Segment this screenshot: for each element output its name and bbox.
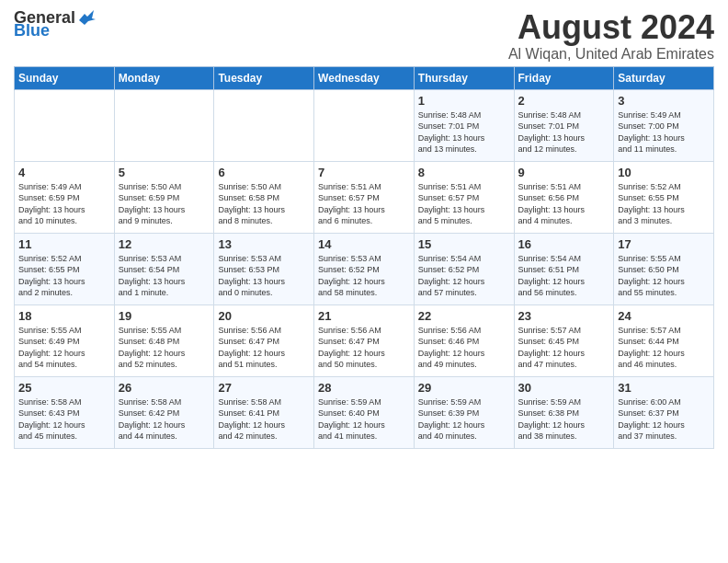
- cell-info: Sunrise: 5:53 AM: [119, 253, 210, 265]
- cell-info: Sunset: 6:55 PM: [18, 264, 110, 276]
- cell-info: Sunrise: 5:59 AM: [418, 396, 510, 408]
- cell-info: Sunset: 6:59 PM: [119, 192, 210, 204]
- cell-info: Sunset: 6:46 PM: [418, 336, 510, 348]
- calendar-cell: 4Sunrise: 5:49 AMSunset: 6:59 PMDaylight…: [15, 161, 115, 233]
- cell-info: and 49 minutes.: [418, 359, 510, 371]
- cell-info: Sunset: 6:52 PM: [418, 264, 510, 276]
- day-number: 19: [119, 309, 210, 323]
- cell-info: Daylight: 12 hours: [618, 348, 710, 360]
- cell-info: Daylight: 12 hours: [119, 348, 210, 360]
- cell-info: Sunset: 6:55 PM: [618, 192, 710, 204]
- week-row: 1Sunrise: 5:48 AMSunset: 7:01 PMDaylight…: [15, 89, 714, 161]
- cell-info: and 5 minutes.: [418, 215, 510, 227]
- cell-info: Sunset: 6:51 PM: [518, 264, 610, 276]
- logo-blue: Blue: [14, 22, 97, 39]
- cell-info: Daylight: 12 hours: [218, 348, 310, 360]
- cell-info: Sunset: 6:40 PM: [318, 408, 410, 419]
- day-number: 26: [119, 381, 210, 395]
- header-row: SundayMondayTuesdayWednesdayThursdayFrid…: [15, 66, 714, 89]
- day-number: 27: [218, 381, 310, 395]
- cell-info: and 42 minutes.: [218, 431, 310, 442]
- cell-info: Daylight: 12 hours: [318, 419, 410, 431]
- header: General Blue August 2024 Al Wiqan, Unite…: [14, 9, 714, 63]
- calendar-cell: 22Sunrise: 5:56 AMSunset: 6:46 PMDayligh…: [414, 304, 514, 376]
- cell-info: Daylight: 12 hours: [318, 348, 410, 360]
- cell-info: Sunset: 6:42 PM: [119, 408, 210, 419]
- cell-info: Sunrise: 5:58 AM: [18, 396, 110, 408]
- calendar-cell: 25Sunrise: 5:58 AMSunset: 6:43 PMDayligh…: [15, 376, 115, 448]
- day-number: 3: [618, 94, 710, 108]
- cell-info: and 44 minutes.: [119, 431, 210, 442]
- cell-info: and 13 minutes.: [418, 144, 510, 155]
- cell-info: Sunrise: 5:59 AM: [318, 396, 410, 408]
- cell-info: Sunrise: 5:51 AM: [418, 181, 510, 193]
- calendar-cell: 14Sunrise: 5:53 AMSunset: 6:52 PMDayligh…: [314, 233, 415, 304]
- cell-info: Sunrise: 5:48 AM: [418, 109, 510, 121]
- cell-info: and 40 minutes.: [418, 431, 510, 442]
- cell-info: Daylight: 12 hours: [318, 276, 410, 288]
- cell-info: Sunrise: 5:53 AM: [218, 253, 310, 265]
- cell-info: Sunset: 6:52 PM: [318, 264, 410, 276]
- cell-info: and 0 minutes.: [218, 287, 310, 299]
- cell-info: Daylight: 13 hours: [518, 132, 610, 144]
- cell-info: Daylight: 12 hours: [518, 276, 610, 288]
- cell-info: Sunrise: 5:49 AM: [18, 181, 110, 193]
- cell-info: Sunrise: 5:57 AM: [618, 325, 710, 337]
- cell-info: Sunset: 6:43 PM: [18, 408, 110, 419]
- cell-info: Sunset: 6:53 PM: [218, 264, 310, 276]
- week-row: 11Sunrise: 5:52 AMSunset: 6:55 PMDayligh…: [15, 233, 714, 304]
- day-number: 10: [618, 166, 710, 179]
- cell-info: Daylight: 12 hours: [418, 419, 510, 431]
- cell-info: and 10 minutes.: [18, 215, 110, 227]
- header-day: Monday: [114, 66, 214, 89]
- day-number: 1: [418, 94, 510, 108]
- cell-info: Sunset: 6:57 PM: [418, 192, 510, 204]
- cell-info: Sunset: 7:01 PM: [418, 121, 510, 132]
- cell-info: Daylight: 13 hours: [218, 204, 310, 216]
- day-number: 12: [119, 237, 210, 251]
- calendar-cell: 12Sunrise: 5:53 AMSunset: 6:54 PMDayligh…: [114, 233, 214, 304]
- day-number: 18: [18, 309, 110, 323]
- cell-info: Sunrise: 5:58 AM: [218, 396, 310, 408]
- calendar-cell: 11Sunrise: 5:52 AMSunset: 6:55 PMDayligh…: [15, 233, 115, 304]
- calendar-cell: 26Sunrise: 5:58 AMSunset: 6:42 PMDayligh…: [114, 376, 214, 448]
- day-number: 23: [518, 309, 610, 323]
- day-number: 13: [218, 237, 310, 251]
- day-number: 25: [18, 381, 110, 395]
- header-day: Thursday: [414, 66, 514, 89]
- cell-info: Sunset: 6:45 PM: [518, 336, 610, 348]
- day-number: 17: [618, 237, 710, 251]
- day-number: 11: [18, 237, 110, 251]
- cell-info: Daylight: 13 hours: [18, 276, 110, 288]
- cell-info: Sunset: 6:41 PM: [218, 408, 310, 419]
- cell-info: Daylight: 12 hours: [418, 276, 510, 288]
- cell-info: Daylight: 13 hours: [18, 204, 110, 216]
- day-number: 20: [218, 309, 310, 323]
- calendar-cell: 16Sunrise: 5:54 AMSunset: 6:51 PMDayligh…: [514, 233, 614, 304]
- calendar-cell: [214, 89, 314, 161]
- cell-info: Sunrise: 5:51 AM: [318, 181, 410, 193]
- cell-info: Sunrise: 5:56 AM: [318, 325, 410, 337]
- cell-info: Sunset: 6:50 PM: [618, 264, 710, 276]
- cell-info: Sunrise: 5:51 AM: [518, 181, 610, 193]
- day-number: 21: [318, 309, 410, 323]
- cell-info: Daylight: 12 hours: [618, 419, 710, 431]
- cell-info: Sunset: 6:48 PM: [119, 336, 210, 348]
- cell-info: and 46 minutes.: [618, 359, 710, 371]
- cell-info: and 6 minutes.: [318, 215, 410, 227]
- cell-info: Daylight: 13 hours: [119, 204, 210, 216]
- cell-info: Daylight: 12 hours: [418, 348, 510, 360]
- cell-info: and 12 minutes.: [518, 144, 610, 155]
- calendar-cell: 31Sunrise: 6:00 AMSunset: 6:37 PMDayligh…: [614, 376, 714, 448]
- cell-info: and 58 minutes.: [318, 287, 410, 299]
- cell-info: Sunrise: 5:50 AM: [218, 181, 310, 193]
- day-number: 31: [618, 381, 710, 395]
- cell-info: and 9 minutes.: [119, 215, 210, 227]
- cell-info: and 8 minutes.: [218, 215, 310, 227]
- cell-info: Sunrise: 5:56 AM: [418, 325, 510, 337]
- week-row: 4Sunrise: 5:49 AMSunset: 6:59 PMDaylight…: [15, 161, 714, 233]
- calendar-cell: 17Sunrise: 5:55 AMSunset: 6:50 PMDayligh…: [614, 233, 714, 304]
- cell-info: Sunset: 6:44 PM: [618, 336, 710, 348]
- header-day: Saturday: [614, 66, 714, 89]
- calendar-cell: 10Sunrise: 5:52 AMSunset: 6:55 PMDayligh…: [614, 161, 714, 233]
